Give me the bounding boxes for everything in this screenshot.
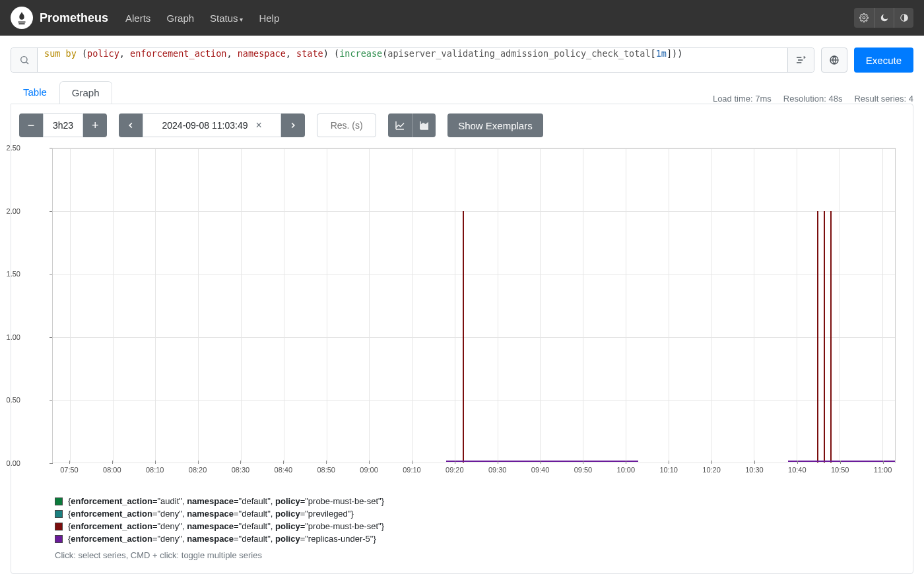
x-axis: 07:5008:0008:1008:2008:3008:4008:5009:00… (52, 463, 896, 478)
resolution: Resolution: 48s (783, 94, 843, 104)
load-time: Load time: 7ms (713, 94, 772, 104)
range-value[interactable]: 3h23 (43, 113, 83, 137)
legend-item[interactable]: {enforcement_action="deny", namespace="d… (55, 509, 901, 519)
chart[interactable]: 0.000.501.001.502.002.50 07:5008:0008:10… (23, 148, 901, 478)
time-next-button[interactable] (281, 113, 305, 137)
theme-toggle-group (854, 8, 913, 28)
contrast-icon[interactable] (894, 8, 913, 28)
legend-hint: Click: select series, CMD + click: toggl… (55, 550, 901, 560)
nav-links: Alerts Graph Status Help (119, 7, 286, 29)
plot-area[interactable] (52, 148, 896, 463)
query-meta: Load time: 7ms Resolution: 48s Result se… (713, 94, 913, 104)
meta-row: Table Graph Load time: 7ms Resolution: 4… (11, 80, 913, 104)
brand-area: Prometheus (11, 7, 108, 29)
time-value[interactable]: 2024-09-08 11:03:49 × (143, 113, 281, 137)
series-count: Result series: 4 (854, 94, 913, 104)
nav-status[interactable]: Status (203, 7, 249, 29)
query-row: sum by (policy, enforcement_action, name… (11, 48, 913, 73)
globe-explorer-button[interactable] (821, 48, 847, 73)
gear-icon[interactable] (854, 8, 874, 28)
legend-swatch-icon (55, 535, 63, 543)
range-plus-button[interactable]: + (83, 113, 107, 137)
show-exemplars-button[interactable]: Show Exemplars (447, 113, 543, 137)
expression-input[interactable]: sum by (policy, enforcement_action, name… (38, 48, 787, 72)
legend-item[interactable]: {enforcement_action="audit", namespace="… (55, 496, 901, 506)
prometheus-logo-icon (11, 7, 33, 29)
resolution-input[interactable] (317, 113, 376, 137)
legend-label: {enforcement_action="deny", namespace="d… (68, 521, 384, 531)
legend-label: {enforcement_action="audit", namespace="… (68, 496, 384, 506)
legend-swatch-icon (55, 523, 63, 530)
range-minus-button[interactable]: − (19, 113, 43, 137)
main-panel: sum by (policy, enforcement_action, name… (0, 36, 924, 574)
graph-controls: − 3h23 + 2024-09-08 11:03:49 × (18, 113, 906, 137)
legend-label: {enforcement_action="deny", namespace="d… (68, 509, 354, 519)
graph-panel: − 3h23 + 2024-09-08 11:03:49 × (11, 104, 913, 574)
query-container: sum by (policy, enforcement_action, name… (11, 48, 814, 73)
tab-graph[interactable]: Graph (59, 81, 112, 104)
legend-swatch-icon (55, 510, 63, 518)
navbar: Prometheus Alerts Graph Status Help (0, 0, 924, 36)
legend-swatch-icon (55, 498, 63, 505)
clear-time-button[interactable]: × (255, 119, 261, 131)
legend-item[interactable]: {enforcement_action="deny", namespace="d… (55, 534, 901, 544)
brand-title[interactable]: Prometheus (40, 11, 108, 25)
search-icon[interactable] (11, 48, 38, 72)
view-tabs: Table Graph (11, 80, 112, 104)
execute-button[interactable]: Execute (854, 48, 913, 73)
moon-icon[interactable] (874, 8, 894, 28)
legend-label: {enforcement_action="deny", namespace="d… (68, 534, 376, 544)
range-picker: − 3h23 + (19, 113, 107, 137)
nav-graph[interactable]: Graph (160, 7, 201, 29)
svg-point-2 (20, 57, 26, 63)
tab-table[interactable]: Table (11, 80, 59, 103)
svg-point-0 (863, 16, 865, 19)
nav-alerts[interactable]: Alerts (119, 7, 157, 29)
format-query-button[interactable] (787, 48, 814, 72)
time-text: 2024-09-08 11:03:49 (162, 120, 248, 131)
time-prev-button[interactable] (119, 113, 143, 137)
svg-line-3 (26, 62, 28, 64)
line-mode-button[interactable] (388, 113, 412, 137)
time-picker: 2024-09-08 11:03:49 × (119, 113, 305, 137)
nav-help[interactable]: Help (252, 7, 286, 29)
y-axis: 0.000.501.001.502.002.50 (23, 148, 52, 463)
legend-item[interactable]: {enforcement_action="deny", namespace="d… (55, 521, 901, 531)
chart-mode-toggle (388, 113, 436, 137)
stacked-mode-button[interactable] (412, 113, 436, 137)
legend: {enforcement_action="audit", namespace="… (55, 496, 901, 560)
